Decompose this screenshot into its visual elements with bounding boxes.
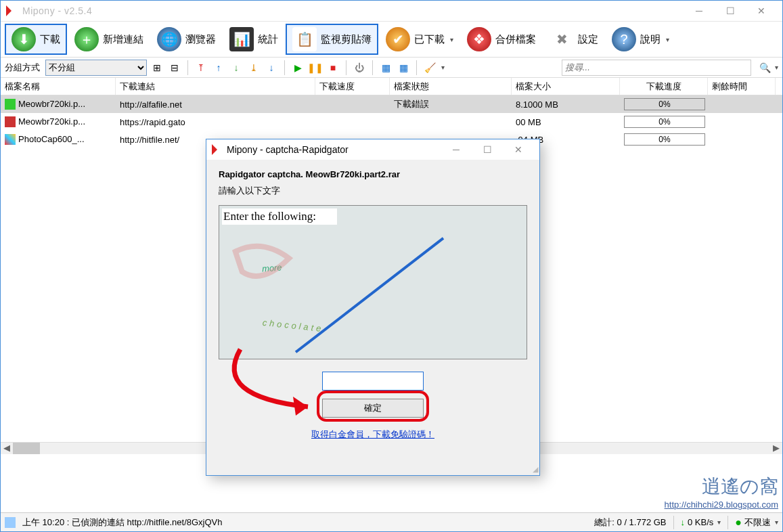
file-icon (5, 116, 16, 127)
stop-icon[interactable]: ■ (326, 60, 340, 75)
toolbar-settings[interactable]: ✖ 設定 (543, 24, 604, 55)
close-button[interactable]: ✕ (746, 1, 777, 20)
progress-bar: 0% (624, 98, 705, 110)
dialog-heading: Rapidgator captcha. MeowBr720ki.part2.ra… (219, 169, 527, 179)
status-icon (5, 517, 16, 528)
resize-grip[interactable]: ◢ (533, 465, 538, 474)
globe-icon: 🌐 (157, 27, 181, 51)
power-icon[interactable]: ⏻ (352, 60, 367, 75)
expand-icon[interactable]: ⊞ (150, 60, 164, 75)
minimize-button[interactable]: ─ (684, 1, 715, 20)
up-icon[interactable]: ↑ (211, 60, 226, 75)
col-status[interactable]: 檔案狀態 (390, 78, 512, 95)
svg-line-2 (296, 238, 443, 352)
captcha-dialog: Mipony - captcha-Rapidgator ─ ☐ ✕ Rapidg… (206, 139, 540, 476)
col-progress[interactable]: 下載進度 (620, 78, 708, 95)
doc2-icon[interactable]: ▦ (396, 60, 411, 75)
file-icon (5, 99, 16, 110)
titlebar: Mipony - v2.5.4 ─ ☐ ✕ (1, 1, 782, 21)
down-plus-icon[interactable]: ↓ (229, 60, 244, 75)
dialog-icon (212, 144, 223, 155)
help-icon: ? (612, 27, 636, 51)
doc1-icon[interactable]: ▦ (378, 60, 393, 75)
down-arrow-icon: ↓ (681, 517, 686, 527)
status-bar: 上午 10:20 : 已偵測的連結 http://hitfile.net/8Gx… (1, 512, 782, 531)
dialog-title: Mipony - captcha-Rapidgator (227, 144, 441, 155)
top-icon[interactable]: ⤒ (194, 60, 208, 75)
toolbar-stats[interactable]: 📊 統計 (223, 24, 284, 55)
check-icon: ✔ (386, 27, 410, 51)
watermark: 逍遙の窩 http://chihchi29.blogspot.com (665, 474, 778, 510)
maximize-button[interactable]: ☐ (715, 1, 746, 20)
toolbar-downloaded[interactable]: ✔ 已下載▾ (380, 24, 460, 55)
toolbar-browser[interactable]: 🌐 瀏覽器 (151, 24, 222, 55)
group-label: 分組方式 (5, 62, 43, 74)
sub-toolbar: 分組方式 不分組 ⊞ ⊟ ⤒ ↑ ↓ ⤓ ↓ ▶ ❚❚ ■ ⏻ ▦ ▦ 🧹 ▾ … (1, 58, 782, 78)
toolbar-add-link[interactable]: ＋ 新增連結 (68, 24, 150, 55)
svg-text:chocolate: chocolate (262, 317, 324, 334)
captcha-input[interactable] (322, 372, 424, 391)
pause-icon[interactable]: ❚❚ (308, 60, 323, 75)
collapse-icon[interactable]: ⊟ (167, 60, 182, 75)
main-window: Mipony - v2.5.4 ─ ☐ ✕ ⬇ 下載 ＋ 新增連結 🌐 瀏覽器 … (0, 0, 783, 532)
toolbar-merge[interactable]: ❖ 合併檔案 (461, 24, 542, 55)
toolbar-help[interactable]: ? 說明▾ (606, 24, 675, 55)
progress-bar: 0% (624, 133, 705, 146)
file-icon (5, 134, 16, 145)
plus-icon: ＋ (74, 27, 99, 51)
captcha-label: Enter the following: (222, 208, 337, 225)
col-link[interactable]: 下載連結 (116, 78, 315, 95)
down-icon[interactable]: ↓ (264, 60, 279, 75)
captcha-image: more chocolate (222, 225, 524, 359)
col-size[interactable]: 檔案大小 (512, 78, 620, 95)
group-select[interactable]: 不分組 (45, 60, 147, 76)
dialog-instruction: 請輸入以下文字 (219, 185, 527, 197)
premium-link[interactable]: 取得白金會員，下載免驗證碼！ (219, 428, 527, 441)
progress-bar: 0% (624, 116, 705, 128)
clipboard-icon: 📋 (292, 27, 317, 51)
dialog-titlebar: Mipony - captcha-Rapidgator ─ ☐ ✕ (206, 139, 539, 160)
status-limit: 不限速 (744, 516, 771, 529)
status-total: 總計: 0 / 1.772 GB (594, 516, 666, 529)
download-icon: ⬇ (12, 27, 36, 51)
search-input[interactable] (565, 62, 748, 72)
merge-icon: ❖ (467, 27, 491, 51)
dialog-minimize[interactable]: ─ (441, 140, 472, 159)
toolbar-clipboard[interactable]: 📋 監視剪貼簿 (286, 24, 378, 55)
col-speed[interactable]: 下載速度 (315, 78, 390, 95)
search-icon[interactable]: 🔍 (759, 62, 771, 73)
captcha-box: Enter the following: more chocolate (219, 205, 527, 359)
main-toolbar: ⬇ 下載 ＋ 新增連結 🌐 瀏覽器 📊 統計 📋 監視剪貼簿 ✔ 已下載▾ ❖ … (1, 21, 782, 58)
table-row[interactable]: Meowbr720ki.p... https://rapid.gato 00 M… (1, 113, 782, 131)
chart-icon: 📊 (229, 27, 254, 51)
search-box[interactable] (562, 60, 751, 76)
status-text: 上午 10:20 : 已偵測的連結 http://hitfile.net/8Gx… (22, 516, 223, 529)
ok-button[interactable]: 確定 (322, 399, 424, 418)
window-title: Mipony - v2.5.4 (22, 5, 684, 16)
dialog-maximize[interactable]: ☐ (472, 140, 503, 159)
table-row[interactable]: Meowbr720ki.p... http://alfafile.net 下載錯… (1, 95, 782, 113)
toolbar-download[interactable]: ⬇ 下載 (5, 24, 67, 55)
bottom-icon[interactable]: ⤓ (246, 60, 261, 75)
col-remain[interactable]: 剩餘時間 (708, 78, 776, 95)
app-icon (6, 5, 17, 16)
column-headers: 檔案名稱 下載連結 下載速度 檔案狀態 檔案大小 下載進度 剩餘時間 (1, 78, 782, 95)
clean-icon[interactable]: 🧹 (422, 60, 437, 75)
gear-icon: ✖ (550, 27, 574, 51)
ok-highlight: 確定 (317, 391, 429, 422)
dot-icon: ● (735, 516, 742, 529)
play-icon[interactable]: ▶ (290, 60, 305, 75)
col-name[interactable]: 檔案名稱 (1, 78, 116, 95)
dialog-close[interactable]: ✕ (503, 140, 534, 159)
status-speed: 0 KB/s (688, 517, 713, 527)
